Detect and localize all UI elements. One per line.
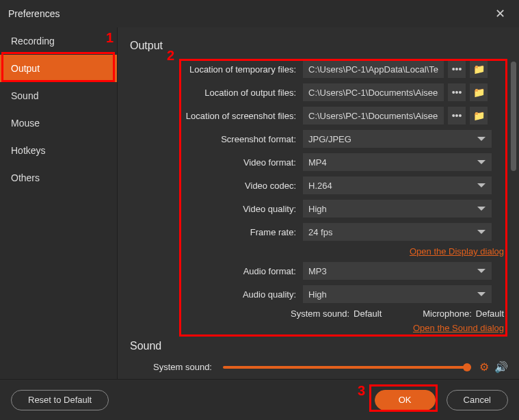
folder-icon: 📁 (473, 64, 485, 75)
sidebar-item-recording[interactable]: Recording (0, 27, 117, 55)
value-microphone: Default (476, 309, 504, 319)
open-folder-button[interactable]: 📁 (470, 107, 488, 124)
row-temp-location: Location of temporary files: ••• 📁 (130, 60, 519, 78)
input-temp-location[interactable] (303, 60, 444, 78)
label-microphone: Microphone: (423, 309, 472, 319)
sidebar-item-mouse[interactable]: Mouse (0, 109, 117, 137)
link-row: Open the Sound dialog (130, 323, 519, 333)
browse-button[interactable]: ••• (448, 60, 466, 78)
ok-button[interactable]: OK (375, 390, 436, 410)
content-pane: Output Location of temporary files: ••• … (118, 27, 519, 379)
browse-button[interactable]: ••• (448, 83, 466, 101)
cancel-button[interactable]: Cancel (447, 390, 508, 410)
label-video-format: Video format: (130, 157, 303, 168)
label-output-location: Location of output files: (130, 88, 303, 98)
row-video-format: Video format: MP4 (130, 153, 519, 171)
speaker-icon[interactable]: 🔊 (494, 360, 508, 373)
select-video-codec[interactable]: H.264 (303, 176, 492, 194)
open-folder-button[interactable]: 📁 (470, 60, 488, 78)
select-video-quality[interactable]: High (303, 200, 492, 218)
input-screenshot-location[interactable] (303, 107, 444, 124)
row-screenshot-location: Location of screenshot files: ••• 📁 (130, 107, 519, 124)
select-screenshot-format[interactable]: JPG/JPEG (303, 130, 492, 148)
section-title-sound: Sound (130, 340, 519, 352)
browse-button[interactable]: ••• (448, 107, 466, 124)
ellipsis-icon: ••• (452, 87, 462, 98)
label-audio-quality: Audio quality: (130, 289, 303, 300)
label-temp-location: Location of temporary files: (130, 64, 303, 75)
open-sound-dialog-link[interactable]: Open the Sound dialog (413, 323, 504, 333)
label-video-codec: Video codec: (130, 181, 303, 191)
label-frame-rate: Frame rate: (130, 227, 303, 237)
section-title-output: Output (130, 40, 519, 52)
gear-icon[interactable]: ⚙ (479, 360, 489, 373)
reset-to-default-button[interactable]: Reset to Default (11, 390, 109, 410)
select-audio-quality[interactable]: High (303, 285, 492, 303)
row-audio-format: Audio format: MP3 (130, 262, 519, 280)
select-video-format[interactable]: MP4 (303, 153, 492, 171)
row-output-location: Location of output files: ••• 📁 (130, 83, 519, 101)
value-system-sound: Default (354, 309, 382, 319)
scrollbar[interactable] (511, 62, 516, 171)
close-icon[interactable]: ✕ (490, 3, 511, 24)
sidebar: Recording Output Sound Mouse Hotkeys Oth… (0, 27, 118, 379)
sidebar-item-others[interactable]: Others (0, 164, 117, 192)
device-status-row: System sound:Default Microphone:Default (130, 309, 519, 319)
row-video-codec: Video codec: H.264 (130, 176, 519, 194)
label-system-sound-slider: System sound: (130, 362, 219, 372)
label-screenshot-format: Screenshot format: (130, 134, 303, 144)
input-output-location[interactable] (303, 83, 444, 101)
label-screenshot-location: Location of screenshot files: (130, 111, 303, 121)
sidebar-item-sound[interactable]: Sound (0, 82, 117, 109)
link-row: Open the Display dialog (130, 246, 519, 257)
label-video-quality: Video quality: (130, 204, 303, 214)
row-video-quality: Video quality: High (130, 200, 519, 218)
row-audio-quality: Audio quality: High (130, 285, 519, 303)
sidebar-item-hotkeys[interactable]: Hotkeys (0, 137, 117, 164)
sidebar-item-label: Mouse (11, 118, 40, 129)
titlebar: Preferences ✕ (0, 0, 519, 27)
ellipsis-icon: ••• (452, 110, 462, 121)
open-display-dialog-link[interactable]: Open the Display dialog (410, 246, 504, 257)
row-frame-rate: Frame rate: 24 fps (130, 223, 519, 241)
label-audio-format: Audio format: (130, 266, 303, 276)
ellipsis-icon: ••• (452, 64, 462, 75)
row-system-sound-slider: System sound: ⚙ 🔊 (130, 360, 519, 373)
label-system-sound: System sound: (291, 309, 349, 319)
sidebar-item-label: Others (11, 172, 40, 183)
folder-icon: 📁 (473, 87, 485, 98)
select-frame-rate[interactable]: 24 fps (303, 223, 492, 241)
sidebar-item-label: Sound (11, 90, 38, 101)
window-title: Preferences (8, 8, 59, 19)
row-screenshot-format: Screenshot format: JPG/JPEG (130, 130, 519, 148)
sidebar-item-label: Hotkeys (11, 145, 46, 156)
sidebar-item-label: Recording (11, 36, 55, 47)
sidebar-item-output[interactable]: Output (0, 55, 117, 82)
select-audio-format[interactable]: MP3 (303, 262, 492, 280)
folder-icon: 📁 (473, 110, 485, 121)
slider-thumb[interactable] (463, 363, 471, 371)
system-sound-slider[interactable] (223, 366, 471, 369)
open-folder-button[interactable]: 📁 (470, 83, 488, 101)
footer: Reset to Default OK Cancel (0, 379, 519, 420)
sidebar-item-label: Output (11, 63, 40, 74)
